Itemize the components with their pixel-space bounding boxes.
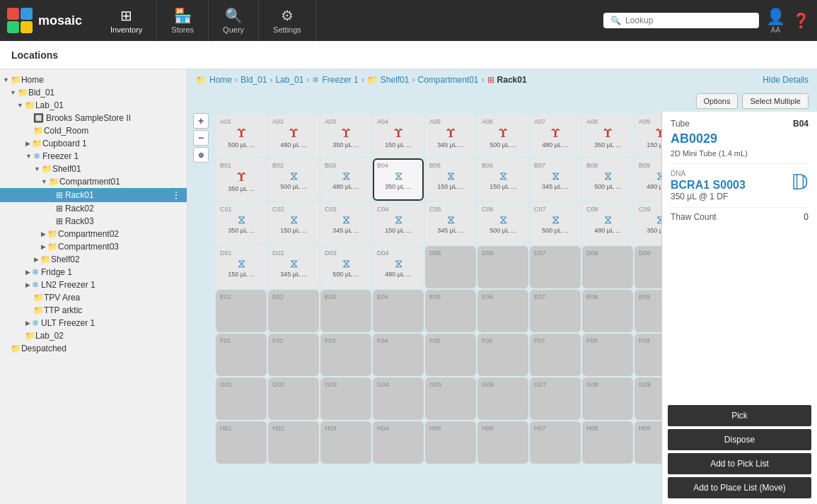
rack-cell-C09[interactable]: C09⧖350 μL ... bbox=[635, 202, 661, 245]
rack-cell-B08[interactable]: B08⧖500 μL ... bbox=[582, 158, 633, 201]
rack-cell-B04[interactable]: B04⧖350 μL ... bbox=[373, 158, 424, 201]
rack-cell-A03[interactable]: A03𝚼350 μL ... bbox=[320, 115, 371, 157]
sidebar-item-shelf02[interactable]: ▶ 📁 Shelf02 bbox=[0, 253, 187, 266]
rack-cell-F06[interactable]: F06 bbox=[477, 334, 528, 376]
rack-cell-H06[interactable]: H06 bbox=[477, 421, 528, 464]
rack-cell-A06[interactable]: A06𝚼500 μL ... bbox=[477, 115, 528, 157]
nav-query[interactable]: 🔍 Query bbox=[209, 0, 259, 41]
sidebar-item-rack02[interactable]: ▼ ⊞ Rack02 bbox=[0, 202, 187, 215]
zoom-in-button[interactable]: + bbox=[193, 113, 209, 129]
rack-cell-C08[interactable]: C08⧖480 μL ... bbox=[582, 202, 633, 245]
rack-cell-C02[interactable]: C02⧖150 μL ... bbox=[268, 202, 319, 245]
add-to-place-list-button[interactable]: Add to Place List (Move) bbox=[668, 477, 811, 498]
rack-cell-A09[interactable]: A09𝚼150 μL ... bbox=[635, 115, 661, 157]
sidebar-item-fridge1[interactable]: ▶ ❄ Fridge 1 bbox=[0, 266, 187, 279]
nav-inventory[interactable]: ⊞ Inventory bbox=[96, 0, 157, 41]
sidebar-item-freezer1[interactable]: ▼ ❄ Freezer 1 bbox=[0, 150, 187, 163]
zoom-out-button[interactable]: − bbox=[193, 130, 209, 146]
rack-cell-H05[interactable]: H05 bbox=[425, 421, 476, 464]
help-icon[interactable]: ❓ bbox=[792, 12, 810, 29]
rack-cell-E06[interactable]: E06 bbox=[477, 290, 528, 332]
options-button[interactable]: Options bbox=[696, 93, 738, 109]
dispose-button[interactable]: Dispose bbox=[668, 429, 811, 450]
rack-cell-H03[interactable]: H03 bbox=[320, 421, 371, 464]
sidebar-item-rack01[interactable]: ▼ ⊞ Rack01 ⋮ bbox=[0, 188, 187, 202]
rack-cell-G04[interactable]: G04 bbox=[373, 377, 424, 420]
sidebar-item-bld01[interactable]: ▼ 📁 Bld_01 bbox=[0, 86, 187, 99]
rack-cell-C06[interactable]: C06⧖500 μL ... bbox=[477, 202, 528, 245]
rack-cell-F03[interactable]: F03 bbox=[320, 334, 371, 376]
sidebar-item-ttparktic[interactable]: ▼ 📁 TTP arktic bbox=[0, 304, 187, 317]
rack-cell-E05[interactable]: E05 bbox=[425, 290, 476, 332]
rack-cell-A01[interactable]: A01𝚼500 μL ... bbox=[216, 115, 267, 157]
more-button[interactable]: ⋮ bbox=[168, 189, 184, 201]
rack-cell-H02[interactable]: H02 bbox=[268, 421, 319, 464]
rack-cell-H08[interactable]: H08 bbox=[582, 421, 633, 464]
bc-compartment01[interactable]: Compartment01 bbox=[418, 75, 479, 85]
rack-cell-D06[interactable]: D06 bbox=[477, 246, 528, 288]
rack-cell-E01[interactable]: E01 bbox=[216, 290, 267, 332]
rack-cell-F07[interactable]: F07 bbox=[530, 334, 581, 376]
rack-cell-F08[interactable]: F08 bbox=[582, 334, 633, 376]
rack-cell-D03[interactable]: D03⧖500 μL ... bbox=[320, 246, 371, 288]
rack-cell-G07[interactable]: G07 bbox=[530, 377, 581, 420]
rack-cell-G03[interactable]: G03 bbox=[320, 377, 371, 420]
rack-cell-C05[interactable]: C05⧖345 μL ... bbox=[425, 202, 476, 245]
rack-cell-E03[interactable]: E03 bbox=[320, 290, 371, 332]
rack-cell-G09[interactable]: G09 bbox=[635, 377, 661, 420]
rack-cell-F02[interactable]: F02 bbox=[268, 334, 319, 376]
nav-stores[interactable]: 🏪 Stores bbox=[157, 0, 209, 41]
nav-settings[interactable]: ⚙ Settings bbox=[259, 0, 316, 41]
rack-cell-B06[interactable]: B06⧖150 μL ... bbox=[477, 158, 528, 201]
rack-cell-F09[interactable]: F09 bbox=[635, 334, 661, 376]
rack-cell-D02[interactable]: D02⧖345 μL ... bbox=[268, 246, 319, 288]
sidebar-item-lab02[interactable]: ▼ 📁 Lab_02 bbox=[0, 329, 187, 342]
rack-cell-H04[interactable]: H04 bbox=[373, 421, 424, 464]
sidebar-item-ultfreezer1[interactable]: ▶ ❄ ULT Freezer 1 bbox=[0, 317, 187, 329]
sidebar-item-home[interactable]: ▼ 📁 Home bbox=[0, 74, 187, 86]
bc-home[interactable]: Home bbox=[209, 75, 232, 85]
rack-cell-H07[interactable]: H07 bbox=[530, 421, 581, 464]
sidebar-item-coldroom[interactable]: ▼ 📁 Cold_Room bbox=[0, 124, 187, 137]
rack-cell-H01[interactable]: H01 bbox=[216, 421, 267, 464]
search-box[interactable]: 🔍 bbox=[603, 13, 759, 28]
rack-cell-A02[interactable]: A02𝚼480 μL ... bbox=[268, 115, 319, 157]
rack-cell-C07[interactable]: C07⧖500 μL ... bbox=[530, 202, 581, 245]
bc-shelf01[interactable]: Shelf01 bbox=[381, 75, 410, 85]
rack-cell-D04[interactable]: D04⧖480 μL ... bbox=[373, 246, 424, 288]
bc-bld01[interactable]: Bld_01 bbox=[241, 75, 267, 85]
sidebar-item-lab01[interactable]: ▼ 📁 Lab_01 bbox=[0, 99, 187, 112]
rack-cell-G05[interactable]: G05 bbox=[425, 377, 476, 420]
rack-cell-D05[interactable]: D05 bbox=[425, 246, 476, 288]
rack-cell-C01[interactable]: C01⧖350 μL ... bbox=[216, 202, 267, 245]
user-badge[interactable]: 👤 AA bbox=[766, 8, 785, 34]
rack-cell-E09[interactable]: E09 bbox=[635, 290, 661, 332]
rack-cell-G06[interactable]: G06 bbox=[477, 377, 528, 420]
sidebar-item-ln2freezer1[interactable]: ▶ ❄ LN2 Freezer 1 bbox=[0, 279, 187, 291]
sidebar-item-rack03[interactable]: ▼ ⊞ Rack03 bbox=[0, 215, 187, 228]
rack-cell-E07[interactable]: E07 bbox=[530, 290, 581, 332]
rack-cell-B07[interactable]: B07⧖345 μL ... bbox=[530, 158, 581, 201]
pick-button[interactable]: Pick bbox=[668, 405, 811, 426]
rack-cell-F05[interactable]: F05 bbox=[425, 334, 476, 376]
rack-cell-G01[interactable]: G01 bbox=[216, 377, 267, 420]
add-to-pick-list-button[interactable]: Add to Pick List bbox=[668, 453, 811, 474]
rack-cell-D09[interactable]: D09 bbox=[635, 246, 661, 288]
rack-cell-E08[interactable]: E08 bbox=[582, 290, 633, 332]
bc-lab01[interactable]: Lab_01 bbox=[275, 75, 303, 85]
rack-cell-D01[interactable]: D01⧖150 μL ... bbox=[216, 246, 267, 288]
rack-cell-A04[interactable]: A04𝚼150 μL ... bbox=[373, 115, 424, 157]
rack-cell-B01[interactable]: B01𝚼350 μL ... bbox=[216, 158, 267, 201]
rack-cell-G08[interactable]: G08 bbox=[582, 377, 633, 420]
rack-cell-B09[interactable]: B09⧖480 μL ... bbox=[635, 158, 661, 201]
rack-cell-A07[interactable]: A07𝚼480 μL ... bbox=[530, 115, 581, 157]
sidebar-item-compartment01[interactable]: ▼ 📁 Compartment01 bbox=[0, 175, 187, 188]
rack-cell-G02[interactable]: G02 bbox=[268, 377, 319, 420]
sidebar-item-despatched[interactable]: ▼ 📁 Despatched bbox=[0, 342, 187, 355]
rack-cell-C04[interactable]: C04⧖150 μL ... bbox=[373, 202, 424, 245]
sidebar-item-compartment03[interactable]: ▶ 📁 Compartment03 bbox=[0, 240, 187, 253]
rack-cell-B03[interactable]: B03⧖480 μL ... bbox=[320, 158, 371, 201]
sidebar-item-compartment02[interactable]: ▶ 📁 Compartment02 bbox=[0, 228, 187, 240]
rack-cell-H09[interactable]: H09 bbox=[635, 421, 661, 464]
rack-cell-F04[interactable]: F04 bbox=[373, 334, 424, 376]
